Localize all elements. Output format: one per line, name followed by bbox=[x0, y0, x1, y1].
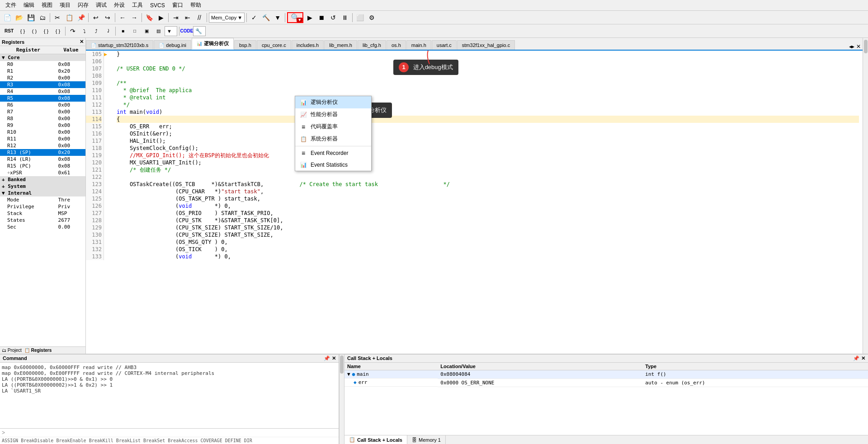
reg-group-core[interactable]: ▼ Core bbox=[0, 54, 85, 61]
reg-row-r13[interactable]: R13 (SP)0x20 bbox=[0, 149, 85, 156]
menu-peripheral[interactable]: 外设 bbox=[110, 0, 128, 10]
reg-row-r7[interactable]: R70x00 bbox=[0, 108, 85, 115]
tb2-debug-dropdown[interactable]: 🔧 bbox=[193, 26, 206, 36]
reg-row-r2[interactable]: R20x00 bbox=[0, 75, 85, 81]
debug-stop-button[interactable]: ⏹ bbox=[316, 12, 327, 23]
reg-row-r6[interactable]: R60x00 bbox=[0, 102, 85, 108]
undo-button[interactable]: ↩ bbox=[90, 12, 101, 23]
cmd-scrollbar[interactable] bbox=[339, 355, 344, 444]
rebuild-button[interactable]: 🔨 bbox=[260, 12, 271, 23]
cs-tab-callstack[interactable]: 📋 Call Stack + Locals bbox=[344, 435, 407, 444]
cmd-scroll-thumb[interactable] bbox=[340, 355, 344, 374]
new-button[interactable]: 📄 bbox=[2, 12, 13, 23]
right-scrollbar[interactable] bbox=[863, 38, 868, 354]
reg-row-privilege[interactable]: PrivilegePriv bbox=[0, 203, 85, 210]
reg-row-r15[interactable]: R15 (PC)0x08 bbox=[0, 163, 85, 169]
dropdown-item-perf[interactable]: 📈 性能分析器 bbox=[295, 108, 371, 121]
logic-analyzer-button[interactable]: 🔍 ▼ bbox=[287, 12, 303, 23]
dropdown-item-event-stats[interactable]: 📊 Event Statistics bbox=[295, 159, 371, 171]
cs-row-err[interactable]: ◆ err 0x0000 OS_ERR_NONE auto - enum (os… bbox=[344, 379, 868, 387]
command-input-field[interactable] bbox=[7, 430, 337, 436]
dropdown-item-logic[interactable]: 📊 逻辑分析仪 bbox=[295, 96, 371, 108]
tb2-view1[interactable]: ■ bbox=[118, 26, 128, 37]
cut-button[interactable]: ✂ bbox=[52, 12, 63, 23]
indent-button[interactable]: ⇥ bbox=[170, 12, 181, 23]
nav-fwd-button[interactable]: → bbox=[129, 12, 140, 23]
code-area[interactable]: 105 106 107 108 109 110 111 112 113 114 … bbox=[86, 51, 863, 354]
dropdown-item-sysanalyze[interactable]: 📋 系统分析器 bbox=[295, 133, 371, 145]
menu-flash[interactable]: 闪存 bbox=[74, 0, 92, 10]
open-button[interactable]: 📂 bbox=[14, 12, 24, 23]
tab-logic-analyzer[interactable]: 📊 逻辑分析仪 bbox=[192, 38, 234, 50]
tab-lib-cfg[interactable]: lib_cfg.h bbox=[358, 40, 386, 50]
menu-help[interactable]: 帮助 bbox=[187, 0, 205, 10]
reg-group-system[interactable]: + System bbox=[0, 183, 85, 190]
reg-row-r5[interactable]: R50x08 bbox=[0, 95, 85, 102]
reg-row-mode[interactable]: ModeThre bbox=[0, 196, 85, 203]
tb2-view4[interactable]: ▤ bbox=[153, 26, 164, 37]
reg-row-states[interactable]: States2677 bbox=[0, 217, 85, 224]
menu-svcs[interactable]: SVCS bbox=[146, 1, 169, 9]
settings-button[interactable]: ⚙ bbox=[366, 12, 377, 23]
tb2-btn2[interactable]: ( ) bbox=[29, 26, 40, 37]
reg-group-internal[interactable]: ▼ Internal bbox=[0, 190, 85, 196]
tab-main-h[interactable]: main.h bbox=[406, 40, 431, 50]
tb2-view-dropdown[interactable]: ▼ bbox=[165, 26, 177, 36]
tb2-view3[interactable]: ▣ bbox=[141, 26, 152, 37]
tb2-btn4[interactable]: { } bbox=[52, 26, 63, 37]
comment-button[interactable]: // bbox=[194, 12, 205, 23]
project-tab[interactable]: 🗂 Project bbox=[2, 348, 22, 353]
reg-row-r1[interactable]: R10x20 bbox=[0, 68, 85, 75]
tb2-view2[interactable]: □ bbox=[129, 26, 140, 37]
unindent-button[interactable]: ⇤ bbox=[182, 12, 193, 23]
reg-row-xpsr[interactable]: + xPSR0x61 bbox=[0, 169, 85, 176]
menu-tools[interactable]: 工具 bbox=[128, 0, 146, 10]
copy-button[interactable]: 📋 bbox=[64, 12, 75, 23]
reg-row-r14[interactable]: R14 (LR)0x08 bbox=[0, 156, 85, 163]
dropdown-item-coverage[interactable]: ≡ 代码覆盖率 bbox=[295, 121, 371, 133]
bookmark-button[interactable]: 🔖 bbox=[144, 12, 155, 23]
tab-includes[interactable]: includes.h bbox=[292, 40, 324, 50]
tab-os-h[interactable]: os.h bbox=[387, 40, 406, 50]
registers-tab[interactable]: 📋 Registers bbox=[24, 348, 52, 353]
save-button[interactable]: 💾 bbox=[25, 12, 36, 23]
reg-row-r11[interactable]: R110x00 bbox=[0, 136, 85, 142]
reg-row-r4[interactable]: R40x08 bbox=[0, 88, 85, 95]
tb2-step-over2[interactable]: ⤸ bbox=[103, 26, 113, 37]
debug-run-button[interactable]: ▶ bbox=[304, 12, 315, 23]
menu-edit[interactable]: 编辑 bbox=[20, 0, 38, 10]
callstack-pin-icon[interactable]: 📌 bbox=[853, 355, 859, 361]
save-all-button[interactable]: 🗂 bbox=[37, 12, 48, 23]
reg-row-r9[interactable]: R90x00 bbox=[0, 122, 85, 129]
tb2-step-over[interactable]: ↷ bbox=[67, 26, 78, 37]
registers-close-icon[interactable]: ✕ bbox=[80, 39, 84, 45]
menu-debug[interactable]: 调试 bbox=[92, 0, 110, 10]
rst-button[interactable]: RST bbox=[2, 26, 16, 37]
bookmark-next-button[interactable]: ▶ bbox=[156, 12, 166, 23]
menu-window[interactable]: 窗口 bbox=[169, 0, 187, 10]
debug-break-button[interactable]: ⏸ bbox=[340, 12, 350, 23]
reg-row-r10[interactable]: R100x00 bbox=[0, 129, 85, 136]
tab-lib-mem[interactable]: lib_mem.h bbox=[324, 40, 357, 50]
reg-group-banked[interactable]: + Banked bbox=[0, 176, 85, 183]
tab-cpu-core[interactable]: cpu_core.c bbox=[257, 40, 291, 50]
debug-reset-button[interactable]: ↺ bbox=[328, 12, 339, 23]
callstack-close-icon[interactable]: ✕ bbox=[861, 355, 865, 361]
cs-expand-icon[interactable]: ▼ bbox=[347, 371, 350, 377]
build-button[interactable]: ✓ bbox=[249, 12, 259, 23]
reg-row-r0[interactable]: R00x08 bbox=[0, 61, 85, 68]
tab-usart[interactable]: usart.c bbox=[432, 40, 457, 50]
menu-file[interactable]: 文件 bbox=[2, 0, 20, 10]
command-close-icon[interactable]: ✕ bbox=[332, 355, 336, 361]
command-pin-icon[interactable]: 📌 bbox=[324, 355, 330, 361]
dropdown-item-event-recorder[interactable]: ≡ Event Recorder bbox=[295, 147, 371, 159]
cs-tab-memory1[interactable]: 🗄 Memory 1 bbox=[407, 435, 446, 444]
tab-startup[interactable]: 📄 startup_stm32f103xb.s bbox=[86, 40, 153, 50]
reg-row-sec[interactable]: Sec0.00 bbox=[0, 224, 85, 230]
menu-view[interactable]: 视图 bbox=[38, 0, 56, 10]
scroll-thumb[interactable] bbox=[864, 40, 868, 53]
tb2-btn1[interactable]: { } bbox=[17, 26, 28, 37]
tb2-step-in[interactable]: ⤵ bbox=[79, 26, 90, 37]
nav-back-button[interactable]: ← bbox=[117, 12, 128, 23]
redo-button[interactable]: ↪ bbox=[102, 12, 113, 23]
